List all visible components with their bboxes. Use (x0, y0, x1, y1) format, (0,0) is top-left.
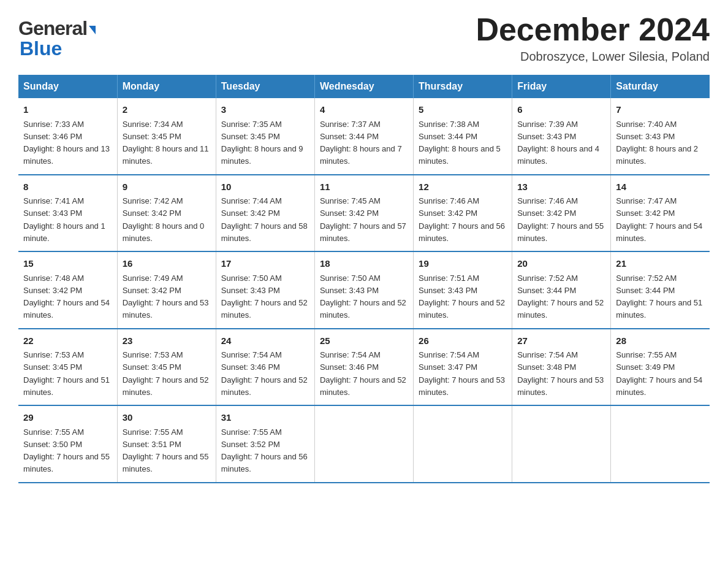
calendar-cell: 8Sunrise: 7:41 AMSunset: 3:43 PMDaylight… (18, 175, 117, 252)
day-info: Sunrise: 7:53 AMSunset: 3:45 PMDaylight:… (123, 350, 209, 397)
day-number: 28 (616, 334, 705, 348)
day-number: 18 (320, 257, 408, 271)
day-number: 7 (616, 103, 705, 117)
calendar-cell: 29Sunrise: 7:55 AMSunset: 3:50 PMDayligh… (18, 405, 117, 483)
day-info: Sunrise: 7:46 AMSunset: 3:42 PMDaylight:… (517, 196, 604, 243)
calendar-cell: 26Sunrise: 7:54 AMSunset: 3:47 PMDayligh… (414, 329, 512, 406)
column-header-wednesday: Wednesday (314, 75, 413, 98)
day-info: Sunrise: 7:50 AMSunset: 3:43 PMDaylight:… (221, 274, 308, 320)
day-number: 17 (221, 257, 309, 271)
day-number: 13 (517, 180, 605, 194)
day-info: Sunrise: 7:42 AMSunset: 3:42 PMDaylight:… (123, 196, 205, 243)
day-info: Sunrise: 7:33 AMSunset: 3:46 PMDaylight:… (23, 120, 110, 166)
calendar-cell: 15Sunrise: 7:48 AMSunset: 3:42 PMDayligh… (18, 251, 117, 329)
day-number: 16 (123, 257, 211, 271)
day-number: 27 (517, 334, 605, 348)
calendar-cell: 16Sunrise: 7:49 AMSunset: 3:42 PMDayligh… (117, 251, 216, 329)
calendar-week-row: 1Sunrise: 7:33 AMSunset: 3:46 PMDaylight… (18, 98, 710, 175)
logo-triangle-icon (89, 26, 96, 34)
page-header: General Blue December 2024 Dobroszyce, L… (18, 12, 710, 64)
calendar-cell: 3Sunrise: 7:35 AMSunset: 3:45 PMDaylight… (216, 98, 314, 175)
calendar-table: SundayMondayTuesdayWednesdayThursdayFrid… (18, 75, 710, 483)
calendar-cell (414, 405, 512, 483)
day-number: 23 (123, 334, 211, 348)
calendar-cell: 31Sunrise: 7:55 AMSunset: 3:52 PMDayligh… (216, 405, 314, 483)
day-number: 6 (517, 103, 605, 117)
day-number: 5 (419, 103, 507, 117)
calendar-week-row: 29Sunrise: 7:55 AMSunset: 3:50 PMDayligh… (18, 405, 710, 483)
calendar-cell: 25Sunrise: 7:54 AMSunset: 3:46 PMDayligh… (314, 329, 413, 406)
day-info: Sunrise: 7:52 AMSunset: 3:44 PMDaylight:… (517, 274, 604, 320)
day-number: 3 (221, 103, 309, 117)
calendar-cell: 4Sunrise: 7:37 AMSunset: 3:44 PMDaylight… (314, 98, 413, 175)
day-info: Sunrise: 7:34 AMSunset: 3:45 PMDaylight:… (123, 120, 209, 166)
calendar-cell: 13Sunrise: 7:46 AMSunset: 3:42 PMDayligh… (512, 175, 611, 252)
calendar-cell: 30Sunrise: 7:55 AMSunset: 3:51 PMDayligh… (117, 405, 216, 483)
day-number: 1 (23, 103, 112, 117)
day-number: 12 (419, 180, 507, 194)
day-number: 21 (616, 257, 705, 271)
logo-blue-text: Blue (20, 40, 62, 58)
day-number: 25 (320, 334, 408, 348)
day-info: Sunrise: 7:50 AMSunset: 3:43 PMDaylight:… (320, 274, 406, 320)
calendar-cell: 20Sunrise: 7:52 AMSunset: 3:44 PMDayligh… (512, 251, 611, 329)
column-header-saturday: Saturday (611, 75, 710, 98)
day-info: Sunrise: 7:55 AMSunset: 3:51 PMDaylight:… (123, 427, 209, 474)
calendar-cell: 18Sunrise: 7:50 AMSunset: 3:43 PMDayligh… (314, 251, 413, 329)
calendar-cell: 22Sunrise: 7:53 AMSunset: 3:45 PMDayligh… (18, 329, 117, 406)
day-info: Sunrise: 7:54 AMSunset: 3:46 PMDaylight:… (320, 350, 406, 397)
calendar-cell: 19Sunrise: 7:51 AMSunset: 3:43 PMDayligh… (414, 251, 512, 329)
day-info: Sunrise: 7:54 AMSunset: 3:47 PMDaylight:… (419, 350, 505, 397)
day-info: Sunrise: 7:54 AMSunset: 3:46 PMDaylight:… (221, 350, 308, 397)
day-number: 8 (23, 180, 112, 194)
calendar-cell (512, 405, 611, 483)
day-info: Sunrise: 7:53 AMSunset: 3:45 PMDaylight:… (23, 350, 110, 397)
column-header-monday: Monday (117, 75, 216, 98)
logo: General Blue (18, 12, 96, 58)
day-info: Sunrise: 7:37 AMSunset: 3:44 PMDaylight:… (320, 120, 402, 166)
day-number: 31 (221, 411, 309, 425)
day-number: 2 (123, 103, 211, 117)
column-header-thursday: Thursday (414, 75, 512, 98)
day-number: 24 (221, 334, 309, 348)
day-info: Sunrise: 7:55 AMSunset: 3:49 PMDaylight:… (616, 350, 702, 397)
day-info: Sunrise: 7:46 AMSunset: 3:42 PMDaylight:… (419, 196, 505, 243)
calendar-cell (314, 405, 413, 483)
calendar-cell: 28Sunrise: 7:55 AMSunset: 3:49 PMDayligh… (611, 329, 710, 406)
day-info: Sunrise: 7:38 AMSunset: 3:44 PMDaylight:… (419, 120, 501, 166)
calendar-cell: 9Sunrise: 7:42 AMSunset: 3:42 PMDaylight… (117, 175, 216, 252)
calendar-cell: 7Sunrise: 7:40 AMSunset: 3:43 PMDaylight… (611, 98, 710, 175)
calendar-cell: 10Sunrise: 7:44 AMSunset: 3:42 PMDayligh… (216, 175, 314, 252)
day-number: 29 (23, 411, 112, 425)
calendar-cell: 2Sunrise: 7:34 AMSunset: 3:45 PMDaylight… (117, 98, 216, 175)
column-header-tuesday: Tuesday (216, 75, 314, 98)
day-info: Sunrise: 7:52 AMSunset: 3:44 PMDaylight:… (616, 274, 702, 320)
location-subtitle: Dobroszyce, Lower Silesia, Poland (476, 50, 710, 64)
title-section: December 2024 Dobroszyce, Lower Silesia,… (476, 12, 710, 64)
day-number: 10 (221, 180, 309, 194)
day-number: 22 (23, 334, 112, 348)
day-number: 14 (616, 180, 705, 194)
day-info: Sunrise: 7:48 AMSunset: 3:42 PMDaylight:… (23, 274, 110, 320)
calendar-cell: 12Sunrise: 7:46 AMSunset: 3:42 PMDayligh… (414, 175, 512, 252)
day-info: Sunrise: 7:35 AMSunset: 3:45 PMDaylight:… (221, 120, 303, 166)
calendar-cell (611, 405, 710, 483)
day-info: Sunrise: 7:40 AMSunset: 3:43 PMDaylight:… (616, 120, 698, 166)
calendar-cell: 27Sunrise: 7:54 AMSunset: 3:48 PMDayligh… (512, 329, 611, 406)
day-info: Sunrise: 7:39 AMSunset: 3:43 PMDaylight:… (517, 120, 599, 166)
day-info: Sunrise: 7:41 AMSunset: 3:43 PMDaylight:… (23, 196, 105, 243)
day-info: Sunrise: 7:54 AMSunset: 3:48 PMDaylight:… (517, 350, 604, 397)
calendar-week-row: 22Sunrise: 7:53 AMSunset: 3:45 PMDayligh… (18, 329, 710, 406)
month-title: December 2024 (476, 12, 710, 47)
day-info: Sunrise: 7:49 AMSunset: 3:42 PMDaylight:… (123, 274, 209, 320)
calendar-cell: 5Sunrise: 7:38 AMSunset: 3:44 PMDaylight… (414, 98, 512, 175)
calendar-cell: 14Sunrise: 7:47 AMSunset: 3:42 PMDayligh… (611, 175, 710, 252)
day-number: 15 (23, 257, 112, 271)
day-info: Sunrise: 7:44 AMSunset: 3:42 PMDaylight:… (221, 196, 308, 243)
logo-general-text: General (18, 17, 87, 40)
column-header-friday: Friday (512, 75, 611, 98)
day-number: 4 (320, 103, 408, 117)
day-info: Sunrise: 7:55 AMSunset: 3:50 PMDaylight:… (23, 427, 110, 474)
day-info: Sunrise: 7:55 AMSunset: 3:52 PMDaylight:… (221, 427, 308, 474)
calendar-cell: 23Sunrise: 7:53 AMSunset: 3:45 PMDayligh… (117, 329, 216, 406)
